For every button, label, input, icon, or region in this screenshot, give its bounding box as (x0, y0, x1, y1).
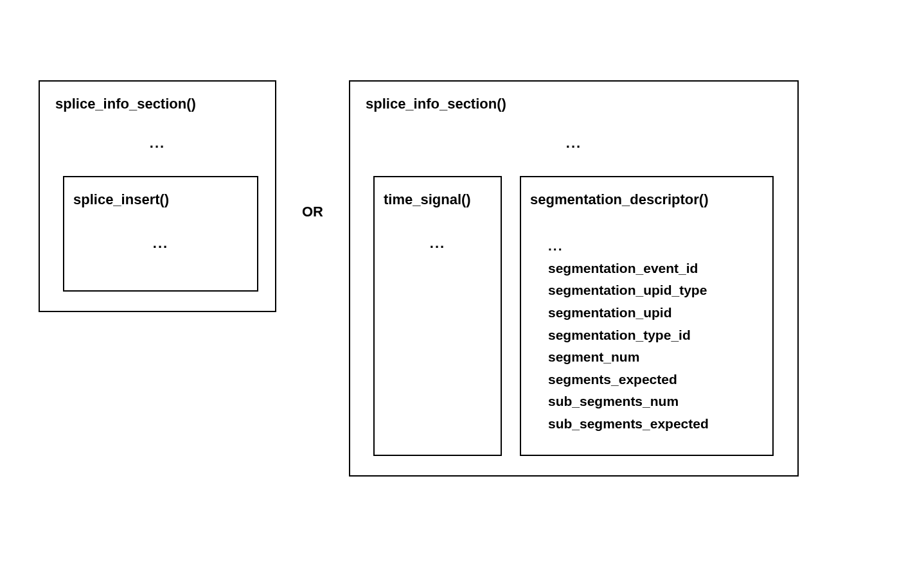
field-segment-num: segment_num (548, 346, 765, 369)
splice-info-section-right: splice_info_section() ... time_signal() … (349, 80, 799, 477)
splice-insert-ellipsis: ... (72, 235, 249, 252)
time-signal-ellipsis: ... (382, 235, 493, 252)
splice-info-section-left: splice_info_section() ... splice_insert(… (39, 80, 276, 312)
field-sub-segments-num: sub_segments_num (548, 390, 765, 413)
field-segmentation-type-id: segmentation_type_id (548, 324, 765, 347)
segmentation-descriptor-box: segmentation_descriptor() ... segmentati… (520, 176, 774, 456)
or-separator: OR (302, 204, 323, 220)
left-title: splice_info_section() (51, 96, 263, 112)
left-inner-container: splice_insert() ... (51, 176, 263, 292)
right-ellipsis: ... (362, 135, 786, 152)
right-inner-container: time_signal() ... segmentation_descripto… (362, 176, 786, 456)
diagram-root: splice_info_section() ... splice_insert(… (39, 80, 799, 477)
splice-insert-title: splice_insert() (72, 191, 249, 208)
field-segmentation-upid-type: segmentation_upid_type (548, 279, 765, 302)
segmentation-title: segmentation_descriptor() (529, 191, 765, 208)
field-segmentation-upid: segmentation_upid (548, 302, 765, 324)
segmentation-field-list: ... segmentation_event_id segmentation_u… (529, 235, 765, 435)
right-title: splice_info_section() (362, 96, 786, 112)
field-sub-segments-expected: sub_segments_expected (548, 413, 765, 435)
splice-insert-box: splice_insert() ... (63, 176, 258, 292)
time-signal-box: time_signal() ... (373, 176, 502, 456)
left-ellipsis: ... (51, 135, 263, 152)
time-signal-title: time_signal() (382, 191, 493, 208)
field-segments-expected: segments_expected (548, 369, 765, 391)
segmentation-ellipsis: ... (548, 235, 765, 258)
field-segmentation-event-id: segmentation_event_id (548, 258, 765, 280)
